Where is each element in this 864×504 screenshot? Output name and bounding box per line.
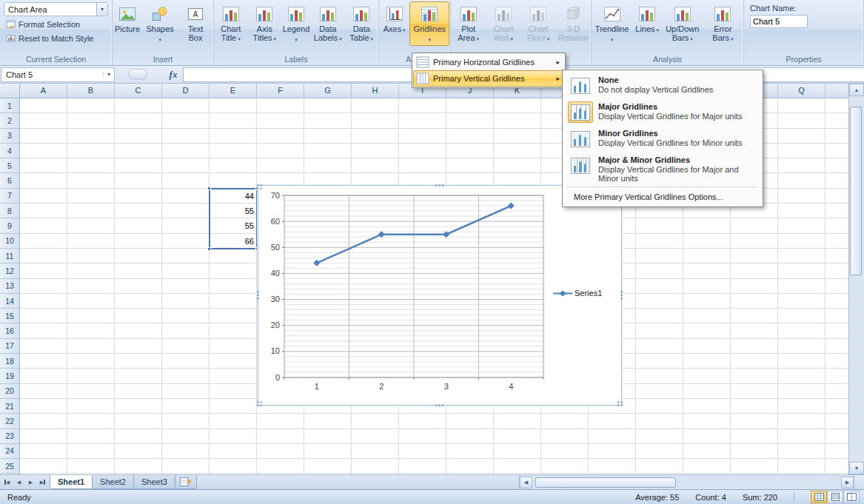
row-header-18[interactable]: 18 [0, 354, 19, 369]
data-labels-button[interactable]: Data Labels ▾ [311, 1, 345, 45]
embedded-chart[interactable]: 0102030405060701234 Series1 [258, 185, 622, 406]
chart-title-button[interactable]: Chart Title ▾ [214, 1, 248, 45]
chart-legend[interactable]: Series1 [553, 289, 602, 298]
scroll-left-button[interactable]: ◀ [520, 477, 532, 488]
scroll-up-button[interactable]: ▲ [849, 84, 864, 96]
selection-handle[interactable] [207, 247, 211, 251]
row-header-8[interactable]: 8 [0, 204, 19, 218]
legend-button[interactable]: Legend ▾ [281, 1, 311, 46]
page-layout-view-button[interactable] [827, 491, 843, 503]
data-table-button[interactable]: Data Table ▾ [345, 1, 379, 45]
row-header-11[interactable]: 11 [0, 249, 19, 263]
column-header-B[interactable]: B [67, 84, 115, 98]
row-header-1[interactable]: 1 [0, 98, 19, 113]
submenu-item-major-gridlines[interactable]: Major GridlinesDisplay Vertical Gridline… [563, 98, 762, 125]
submenu-item-minor-gridlines[interactable]: Minor GridlinesDisplay Vertical Gridline… [563, 125, 762, 152]
horizontal-scroll-thumb[interactable] [535, 477, 676, 488]
row-header-19[interactable]: 19 [0, 369, 19, 383]
name-box[interactable]: Chart 5 ▾ [1, 67, 115, 82]
column-header-E[interactable]: E [210, 84, 257, 98]
row-header-4[interactable]: 4 [0, 144, 19, 158]
chart-frame-handle[interactable] [435, 403, 445, 407]
gridlines-button[interactable]: Gridlines ▾ [409, 1, 449, 46]
insert-worksheet-tab[interactable] [175, 475, 197, 489]
chart-frame-handle[interactable] [256, 400, 263, 407]
menu-item-primary-vertical-gridlines[interactable]: Primary Vertical Gridlines▸ [413, 70, 564, 87]
name-box-dropdown-icon[interactable]: ▾ [103, 71, 114, 78]
trendline-button[interactable]: Trendline ▾ [592, 1, 632, 46]
scroll-right-button[interactable]: ▶ [841, 477, 854, 488]
chart-frame-handle[interactable] [435, 184, 445, 187]
error-bars-button[interactable]: Error Bars ▾ [703, 1, 743, 45]
row-header-6[interactable]: 6 [0, 173, 19, 188]
submenu-item-major-minor-gridlines[interactable]: Major & Minor GridlinesDisplay Vertical … [563, 152, 762, 185]
row-header-12[interactable]: 12 [0, 263, 19, 278]
sheet-tab-sheet3[interactable]: Sheet3 [133, 475, 175, 489]
row-header-25[interactable]: 25 [0, 459, 19, 474]
vertical-scroll-track[interactable] [849, 96, 864, 462]
chart-frame-handle[interactable] [256, 290, 260, 300]
axis-titles-button[interactable]: Axis Titles ▾ [248, 1, 282, 45]
format-selection-button[interactable]: Format Selection [4, 18, 108, 30]
more-gridlines-options-item[interactable]: More Primary Vertical Gridlines Options.… [563, 189, 762, 205]
picture-button[interactable]: Picture [113, 1, 142, 36]
scroll-down-button[interactable]: ▼ [849, 462, 864, 474]
selection-handle[interactable] [207, 187, 211, 190]
page-break-view-button[interactable] [843, 491, 860, 503]
dropdown-arrow-icon: ▾ [475, 36, 479, 41]
row-header-3[interactable]: 3 [0, 129, 19, 144]
column-header-F[interactable]: F [257, 84, 304, 98]
row-header-14[interactable]: 14 [0, 294, 19, 309]
formula-bar-drag-handle[interactable] [128, 69, 147, 80]
column-header-C[interactable]: C [115, 84, 162, 98]
up-down-bars-button[interactable]: Up/Down Bars ▾ [663, 1, 703, 45]
horizontal-scroll-track[interactable] [532, 477, 841, 488]
next-sheet-button[interactable]: ▶ [25, 477, 36, 488]
row-header-16[interactable]: 16 [0, 323, 19, 338]
menu-item-primary-horizontal-gridlines[interactable]: Primary Horizontal Gridlines▸ [413, 54, 564, 70]
row-header-9[interactable]: 9 [0, 218, 19, 233]
reset-to-match-style-button[interactable]: Reset to Match Style [4, 32, 108, 44]
row-header-23[interactable]: 23 [0, 429, 19, 444]
row-header-24[interactable]: 24 [0, 444, 19, 459]
insert-function-button[interactable]: fx [164, 69, 183, 81]
chart-elements-combo[interactable]: Chart Area ▾ [4, 2, 108, 16]
normal-view-button[interactable] [811, 491, 827, 503]
horizontal-scrollbar[interactable]: ◀ ▶ [519, 475, 854, 489]
sheet-tab-sheet2[interactable]: Sheet2 [92, 475, 134, 489]
chart-name-input[interactable] [750, 15, 808, 28]
column-header-G[interactable]: G [304, 84, 352, 98]
row-header-17[interactable]: 17 [0, 339, 19, 354]
row-header-5[interactable]: 5 [0, 158, 19, 173]
row-header-7[interactable]: 7 [0, 189, 19, 204]
column-header-Q[interactable]: Q [778, 84, 826, 98]
select-all-corner[interactable] [0, 84, 20, 98]
row-header-2[interactable]: 2 [0, 113, 19, 128]
first-sheet-button[interactable]: ◀ [1, 477, 13, 488]
last-sheet-button[interactable]: ▶ [37, 477, 48, 488]
row-header-13[interactable]: 13 [0, 279, 19, 294]
column-header-A[interactable]: A [20, 84, 67, 98]
chart-frame-handle[interactable] [620, 290, 623, 300]
plot-area-button[interactable]: Plot Area ▾ [451, 1, 486, 45]
axes-button[interactable]: Axes ▾ [380, 1, 409, 37]
shapes-button[interactable]: Shapes ▾ [142, 1, 178, 46]
chevron-down-icon[interactable]: ▾ [96, 3, 107, 16]
chart-frame-handle[interactable] [256, 184, 263, 190]
row-header-10[interactable]: 10 [0, 234, 19, 249]
row-header-22[interactable]: 22 [0, 414, 19, 429]
row-header-20[interactable]: 20 [0, 384, 19, 399]
row-header-21[interactable]: 21 [0, 399, 19, 414]
column-header-D[interactable]: D [162, 84, 210, 98]
chart-frame-handle[interactable] [617, 400, 623, 407]
prev-sheet-button[interactable]: ◀ [13, 477, 24, 488]
row-header-15[interactable]: 15 [0, 309, 19, 323]
vertical-scrollbar[interactable]: ▲ ▼ [848, 84, 864, 474]
tab-split-handle[interactable] [854, 475, 864, 489]
column-header-H[interactable]: H [352, 84, 399, 98]
vertical-scroll-thumb[interactable] [850, 107, 862, 275]
text-box-button[interactable]: AText Box [178, 1, 213, 44]
lines-button[interactable]: Lines ▾ [632, 1, 662, 37]
sheet-tab-sheet1[interactable]: Sheet1 [50, 475, 93, 489]
submenu-item-none[interactable]: NoneDo not display Vertical Gridlines [563, 72, 762, 98]
